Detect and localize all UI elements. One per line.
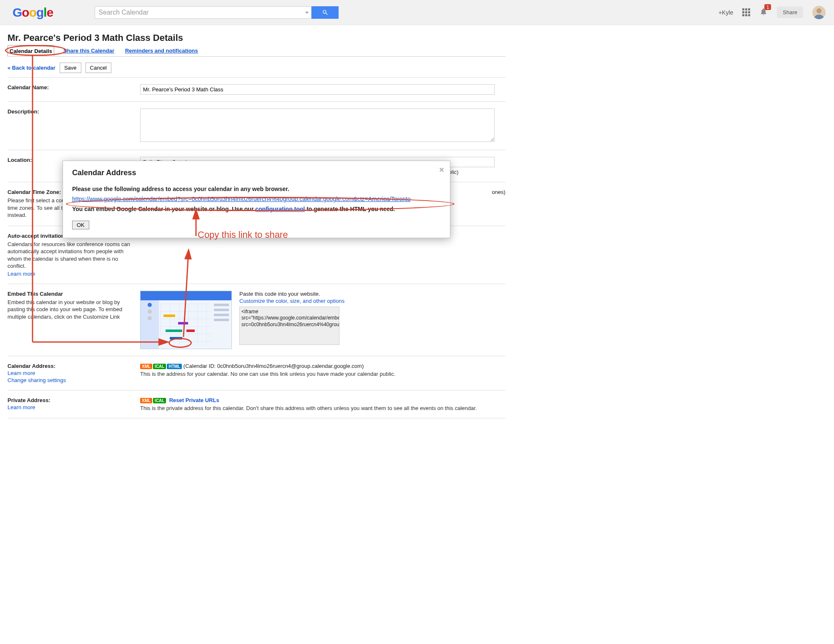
cancel-button[interactable]: Cancel (85, 63, 111, 73)
calendar-id-text: (Calendar ID: 0c0hnb5oru3hn4lmo26ruercn4… (183, 363, 364, 369)
close-icon[interactable]: × (439, 165, 444, 175)
tabs: Calendar Details Share this Calendar Rem… (8, 45, 505, 57)
reset-private-urls-link[interactable]: Reset Private URLs (169, 397, 219, 403)
label-embed: Embed This Calendar (8, 291, 63, 297)
svg-point-0 (816, 8, 821, 13)
row-description: Description: (8, 102, 505, 150)
timezone-hint-right: ones) (492, 189, 505, 195)
change-sharing-link[interactable]: Change sharing settings (8, 377, 133, 383)
dialog-line2: You can embed Google Calendar in your we… (72, 206, 441, 212)
search-input[interactable]: Search Calendar (95, 6, 311, 19)
row-calendar-address: Calendar Address: Learn more Change shar… (8, 356, 505, 390)
gplus-link[interactable]: +Kyle (718, 9, 733, 16)
xml-badge[interactable]: XML (140, 364, 152, 369)
label-timezone: Calendar Time Zone: (8, 189, 61, 195)
embed-paste-hint: Paste this code into your website. (239, 291, 344, 297)
google-bar: Google Search Calendar +Kyle 1 Share (0, 0, 834, 25)
label-calendar-address: Calendar Address: (8, 363, 55, 369)
row-private-address: Private Address: Learn more XML ICAL Res… (8, 390, 505, 418)
tab-reminders[interactable]: Reminders and notifications (123, 45, 200, 56)
auto-accept-learn-more[interactable]: Learn more (8, 271, 133, 277)
dialog-title: Calendar Address (72, 169, 441, 177)
notification-badge: 1 (764, 4, 771, 10)
row-calendar-name: Calendar Name: (8, 78, 505, 102)
dialog-line1: Please use the following address to acce… (72, 186, 441, 192)
description-textarea[interactable] (140, 108, 495, 142)
addr-desc: This is the address for your calendar. N… (140, 371, 505, 377)
page-title: Mr. Pearce's Period 3 Math Class Details (8, 33, 505, 43)
avatar[interactable] (812, 6, 826, 19)
embed-preview-thumbnail (140, 291, 232, 349)
html-badge[interactable]: HTML (167, 364, 182, 369)
apps-icon[interactable] (742, 8, 750, 16)
share-button[interactable]: Share (777, 7, 803, 18)
addr-learn-more[interactable]: Learn more (8, 370, 133, 376)
label-private-address: Private Address: (8, 397, 50, 403)
calendar-address-dialog: × Calendar Address Please use the follow… (63, 161, 450, 238)
search-placeholder: Search Calendar (98, 9, 148, 16)
search-dropdown-icon[interactable] (305, 12, 309, 14)
save-button[interactable]: Save (60, 63, 81, 73)
ical-badge[interactable]: ICAL (153, 364, 166, 369)
embed-customize-link[interactable]: Customize the color, size, and other opt… (239, 298, 344, 304)
label-calendar-name: Calendar Name: (8, 84, 49, 91)
embed-code-box[interactable]: <iframe src="https://www.google.com/cale… (239, 307, 339, 345)
priv-ical-badge[interactable]: ICAL (153, 398, 166, 403)
tab-share-calendar[interactable]: Share this Calendar (62, 45, 116, 56)
configuration-tool-link[interactable]: configuration tool (255, 206, 305, 212)
search-button[interactable] (311, 6, 339, 19)
priv-desc: This is the private address for this cal… (140, 405, 505, 411)
calendar-url-link[interactable]: https://www.google.com/calendar/embed?sr… (72, 196, 411, 202)
google-logo[interactable]: Google (13, 5, 53, 20)
tab-calendar-details[interactable]: Calendar Details (8, 45, 54, 56)
calendar-name-input[interactable] (140, 84, 495, 95)
row-embed: Embed This Calendar Embed this calendar … (8, 284, 505, 356)
ok-button[interactable]: OK (72, 221, 89, 229)
search-icon (322, 9, 329, 16)
notifications-button[interactable]: 1 (759, 8, 768, 17)
label-location: Location: (8, 157, 32, 163)
priv-xml-badge[interactable]: XML (140, 398, 152, 403)
priv-learn-more[interactable]: Learn more (8, 404, 133, 410)
auto-accept-sub: Calendars for resources like conference … (8, 241, 133, 270)
label-auto-accept: Auto-accept invitations: (8, 233, 69, 239)
back-to-calendar-link[interactable]: « Back to calendar (8, 65, 55, 71)
action-bar: « Back to calendar Save Cancel (8, 57, 505, 78)
embed-sub: Embed this calendar in your website or b… (8, 299, 133, 321)
label-description: Description: (8, 108, 39, 115)
